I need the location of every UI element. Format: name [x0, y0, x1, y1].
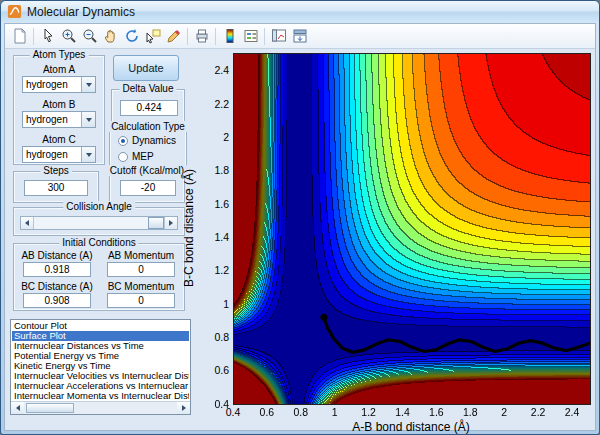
slider-right-arrow-icon[interactable] [164, 217, 177, 229]
cutoff-panel: Cutoff (Kcal/mol) -20 [109, 171, 185, 203]
x-tick-label: 1.8 [456, 406, 484, 418]
insert-legend-button[interactable] [240, 26, 261, 47]
radio-option-dynamics[interactable]: Dynamics [118, 135, 176, 146]
steps-field[interactable]: 300 [24, 180, 88, 196]
chevron-down-icon[interactable] [81, 147, 95, 162]
toolbar-separator [264, 28, 265, 45]
initial-conditions-panel-title: Initial Conditions [59, 237, 138, 248]
toolbar-separator [215, 28, 216, 45]
new-figure-button[interactable] [9, 26, 30, 47]
y-tick-label: 0.4 [207, 398, 229, 410]
print-button[interactable] [191, 26, 212, 47]
x-tick-label: 0.6 [253, 406, 281, 418]
cutoff-field[interactable]: -20 [120, 180, 176, 196]
update-button[interactable]: Update [113, 55, 179, 81]
y-tick-label: 1.6 [207, 198, 229, 210]
title-bar[interactable]: Molecular Dynamics [1, 1, 599, 22]
window-title: Molecular Dynamics [27, 5, 135, 19]
atom-c-select[interactable]: hydrogen [22, 146, 96, 163]
window-icon [7, 4, 22, 19]
bc-momentum-field[interactable]: 0 [107, 293, 175, 308]
radio-option-mep[interactable]: MEP [118, 151, 154, 162]
atom-a-select[interactable]: hydrogen [22, 76, 96, 93]
brush-button[interactable] [163, 26, 184, 47]
zoom-in-button[interactable] [58, 26, 79, 47]
scrollbar-track[interactable] [24, 402, 177, 414]
chevron-down-icon[interactable] [81, 112, 95, 127]
scroll-left-arrow-icon[interactable] [11, 402, 24, 414]
atom-types-panel: Atom Types Atom A hydrogen Atom B hydrog… [13, 55, 105, 165]
y-tick-label: 2.4 [207, 64, 229, 76]
y-tick-label: 0.8 [207, 331, 229, 343]
zoom-out-button[interactable] [79, 26, 100, 47]
collision-angle-slider[interactable] [20, 216, 178, 230]
figure-toolbar [5, 24, 595, 49]
atom-types-panel-title: Atom Types [30, 49, 89, 60]
cutoff-panel-title: Cutoff (Kcal/mol) [107, 165, 187, 176]
slider-track[interactable] [34, 217, 164, 229]
radio-dynamics-label: Dynamics [132, 135, 176, 146]
content-area: Atom Types Atom A hydrogen Atom B hydrog… [5, 49, 595, 430]
radio-button-icon[interactable] [118, 136, 128, 146]
ab-momentum-label: AB Momentum [102, 250, 180, 261]
bc-distance-field[interactable]: 0.908 [23, 293, 91, 308]
x-axis-label: A-B bond distance (Å) [233, 420, 589, 434]
slider-thumb[interactable] [148, 217, 164, 229]
listbox-items: Contour PlotSurface PlotInternuclear Dis… [12, 321, 189, 401]
steps-panel-title: Steps [40, 165, 72, 176]
y-axis-label: B-C bond distance (Å) [182, 169, 196, 287]
delta-value-panel: Delta Value 0.424 [111, 89, 185, 125]
scrollbar-thumb[interactable] [26, 403, 74, 413]
potential-energy-surface-plot: A-B bond distance (Å) B-C bond distance … [233, 53, 589, 403]
bc-momentum-label: BC Momentum [102, 281, 180, 292]
app-window: Molecular Dynamics Atom Types Atom A hyd… [0, 0, 600, 435]
x-tick-label: 2.2 [524, 406, 552, 418]
x-tick-label: 1.4 [389, 406, 417, 418]
x-tick-label: 1.6 [422, 406, 450, 418]
atom-b-label: Atom B [14, 99, 104, 110]
radio-button-icon[interactable] [118, 152, 128, 162]
delta-value-panel-title: Delta Value [120, 83, 177, 94]
y-tick-label: 1.2 [207, 264, 229, 276]
y-tick-label: 2.2 [207, 98, 229, 110]
y-tick-label: 0.6 [207, 364, 229, 376]
atom-b-select[interactable]: hydrogen [22, 111, 96, 128]
x-tick-label: 2 [490, 406, 518, 418]
atom-a-label: Atom A [14, 64, 104, 75]
calculation-type-panel: Calculation Type Dynamics MEP [109, 127, 187, 169]
scroll-right-arrow-icon[interactable] [177, 402, 190, 414]
radio-mep-label: MEP [132, 151, 154, 162]
atom-a-value: hydrogen [23, 79, 81, 90]
calculation-type-panel-title: Calculation Type [108, 121, 188, 132]
contour-plot-canvas[interactable] [233, 53, 591, 405]
listbox-horizontal-scrollbar[interactable] [11, 401, 190, 414]
bc-distance-label: BC Distance (A) [18, 281, 96, 292]
collision-angle-panel-title: Collision Angle [63, 201, 135, 212]
x-tick-label: 2.4 [558, 406, 586, 418]
insert-colorbar-button[interactable] [219, 26, 240, 47]
pan-button[interactable] [100, 26, 121, 47]
list-item[interactable]: Internuclear Momenta vs Internuclear Dis… [12, 391, 189, 401]
x-tick-label: 1 [321, 406, 349, 418]
x-tick-label: 1.2 [355, 406, 383, 418]
toolbar-separator [33, 28, 34, 45]
ab-momentum-field[interactable]: 0 [107, 262, 175, 277]
chevron-down-icon[interactable] [81, 77, 95, 92]
y-tick-label: 2 [207, 131, 229, 143]
atom-c-label: Atom C [14, 134, 104, 145]
dock-figure-button[interactable] [289, 26, 310, 47]
y-tick-label: 1.4 [207, 231, 229, 243]
steps-panel: Steps 300 [13, 171, 99, 203]
ab-distance-field[interactable]: 0.918 [23, 262, 91, 277]
initial-conditions-panel: Initial Conditions AB Distance (A) AB Mo… [13, 243, 185, 311]
ab-distance-label: AB Distance (A) [18, 250, 96, 261]
data-cursor-button[interactable] [142, 26, 163, 47]
collision-angle-panel: Collision Angle [13, 207, 185, 236]
plot-type-listbox[interactable]: Contour PlotSurface PlotInternuclear Dis… [10, 319, 191, 415]
edit-plot-button[interactable] [37, 26, 58, 47]
slider-left-arrow-icon[interactable] [21, 217, 34, 229]
plot-tools-button[interactable] [268, 26, 289, 47]
delta-value-field[interactable]: 0.424 [120, 100, 178, 116]
rotate-3d-button[interactable] [121, 26, 142, 47]
toolbar-separator [187, 28, 188, 45]
